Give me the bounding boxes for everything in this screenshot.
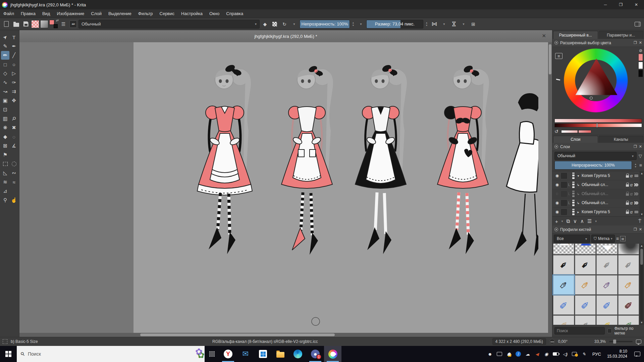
zoom-slider[interactable] bbox=[609, 341, 633, 342]
opacity-dropdown[interactable]: ▾ bbox=[357, 20, 365, 28]
layer-expand-icon[interactable]: ▾ bbox=[576, 174, 580, 178]
menu-item[interactable]: Вид bbox=[39, 9, 54, 18]
taskbar-store[interactable] bbox=[254, 346, 272, 362]
layer-properties-button[interactable]: ☰ bbox=[587, 218, 592, 224]
mirror-horizontal-dropdown[interactable]: ▾ bbox=[440, 20, 448, 28]
fill-tool[interactable]: ◆ bbox=[1, 132, 9, 141]
text-tool[interactable]: T bbox=[10, 33, 18, 42]
swatch-black[interactable] bbox=[638, 70, 643, 77]
layer-alpha-icon[interactable]: α bbox=[630, 200, 633, 205]
layer-expand-icon[interactable]: ↳ bbox=[576, 183, 580, 187]
zoom-tool[interactable]: ⚲ bbox=[1, 196, 9, 204]
layer-alpha-icon[interactable]: α bbox=[630, 209, 633, 215]
canvas-paper[interactable] bbox=[133, 42, 552, 333]
mirror-vertical-dropdown[interactable]: ▾ bbox=[459, 20, 468, 28]
shade-strip-2[interactable] bbox=[554, 123, 642, 127]
float-docker-icon[interactable]: ❐ bbox=[634, 41, 637, 45]
blending-mode-dropdown[interactable]: Обычный ▾ bbox=[78, 20, 260, 28]
taskbar-discord[interactable]: ☻1 bbox=[307, 346, 324, 362]
document-tab[interactable]: jhgfghjklkjhygf.kra (292,0 МиБ) * ✕ bbox=[19, 30, 552, 42]
lock-icon[interactable] bbox=[554, 145, 558, 148]
layer-blend-mode-dropdown[interactable]: Обычный ▾ bbox=[554, 152, 637, 160]
layer-opacity-slider[interactable]: Непрозрачность: 100% bbox=[554, 161, 632, 170]
layer-lock-icon[interactable] bbox=[626, 184, 629, 187]
brush-preset-pencil-blue-1[interactable]: ✏ bbox=[553, 295, 574, 315]
task-view-button[interactable] bbox=[205, 346, 219, 362]
zoom-slider-knob[interactable] bbox=[613, 340, 616, 344]
crop-tool[interactable]: ⊡ bbox=[1, 105, 9, 114]
taskbar-search-input[interactable]: ⚲ Поиск ✿ bbox=[17, 346, 205, 362]
gradient-tool[interactable]: ▥ bbox=[1, 114, 9, 123]
layer-expand-icon[interactable]: ↳ bbox=[576, 201, 580, 205]
language-indicator[interactable]: РУС bbox=[590, 346, 604, 362]
swatch-white[interactable] bbox=[638, 62, 643, 69]
brush-detail-view-icon[interactable]: ▤ bbox=[620, 236, 626, 241]
reload-dropdown[interactable]: ▾ bbox=[290, 20, 299, 28]
swatch-pink[interactable] bbox=[638, 54, 643, 61]
layer-name[interactable]: Копия Группа 5 bbox=[582, 209, 625, 214]
brush-preset-pencil-blue-3[interactable]: ✏ bbox=[596, 295, 618, 315]
mirror-vertical-button[interactable]: ⋈ bbox=[449, 20, 458, 28]
gradient-chooser[interactable] bbox=[40, 20, 48, 28]
menu-item[interactable]: Справка bbox=[223, 9, 247, 18]
move-tool[interactable]: ✥ bbox=[10, 96, 18, 105]
workspace-chooser-button[interactable] bbox=[633, 20, 642, 28]
shade-selector[interactable] bbox=[552, 118, 644, 129]
layer-visibility-toggle[interactable]: ◉ bbox=[554, 200, 560, 205]
brush-preset-pencil-blue-2[interactable]: ✏ bbox=[575, 295, 596, 315]
dynamic-brush-tool[interactable]: ↝ bbox=[1, 87, 9, 96]
brush-grid-scrollbar[interactable]: ▲▼ bbox=[639, 244, 644, 325]
move-layer-up-button[interactable]: ∧ bbox=[580, 218, 584, 224]
brush-list-view-icon[interactable]: ≡ bbox=[616, 236, 619, 241]
layer-visibility-toggle[interactable]: ◉ bbox=[554, 173, 560, 178]
freehand-path-tool[interactable]: ✑ bbox=[10, 78, 18, 87]
tray-camera-icon[interactable]: ◉ bbox=[542, 346, 551, 362]
brush-preset-button[interactable]: ✏ bbox=[69, 20, 77, 28]
hscroll-thumb[interactable] bbox=[140, 334, 335, 336]
layer-list-scrollbar[interactable]: ▲▼ bbox=[640, 171, 644, 217]
color-sampler-tool[interactable]: ⚲ bbox=[10, 114, 18, 123]
menu-item[interactable]: Настройка bbox=[178, 9, 206, 18]
layer-alpha-icon[interactable]: α bbox=[630, 182, 633, 187]
new-document-button[interactable] bbox=[2, 20, 11, 28]
size-spinner[interactable]: ▲▼ bbox=[424, 21, 429, 26]
add-layer-button[interactable]: + bbox=[555, 219, 558, 224]
layer-expand-icon[interactable]: ▸ bbox=[576, 210, 580, 214]
menu-item[interactable]: Выделение bbox=[105, 9, 135, 18]
taskbar-clock[interactable]: 8:10 15.03.2024 bbox=[604, 346, 631, 362]
polygon-tool[interactable]: ◇ bbox=[1, 69, 9, 78]
opacity-spinner[interactable]: ▲▼ bbox=[351, 21, 356, 26]
brush-preset-airbrush[interactable]: ● bbox=[618, 244, 639, 254]
close-button[interactable]: ✕ bbox=[629, 0, 644, 9]
duplicate-layer-button[interactable]: ⧉ bbox=[566, 218, 570, 224]
shade-strip-1[interactable] bbox=[554, 119, 642, 123]
freehand-brush-tool[interactable]: ✏ bbox=[1, 51, 9, 60]
tray-monitor-icon[interactable] bbox=[495, 346, 504, 362]
tag-dropdown[interactable]: ▾ bbox=[611, 237, 612, 240]
similar-select-tool[interactable]: ≋ bbox=[1, 178, 9, 186]
brush-preset-pen-dark-1[interactable]: ✒ bbox=[553, 255, 574, 275]
layer-row[interactable]: ◉ ▾ Копия Группа 5 α bbox=[552, 171, 639, 180]
canvas-angle[interactable]: 0,00° bbox=[558, 339, 568, 344]
close-docker-icon[interactable]: ✕ bbox=[639, 227, 642, 232]
layer-row[interactable]: ◉ L ↳ Обычный сл... α bbox=[552, 198, 639, 207]
color-settings-icon[interactable]: ≣ bbox=[555, 53, 562, 59]
menu-item[interactable]: Окно bbox=[206, 9, 223, 18]
brush-preset-brush-orange-2[interactable]: ✑ bbox=[618, 275, 639, 295]
brush-preset-eraser-hard[interactable]: ◥ bbox=[553, 244, 574, 254]
save-button[interactable] bbox=[21, 20, 30, 28]
layer-lock-icon[interactable] bbox=[626, 212, 629, 214]
fit-to-screen-icon[interactable] bbox=[636, 340, 641, 344]
layer-name[interactable]: Обычный сл... bbox=[582, 200, 625, 205]
tray-security-icon[interactable]: ☗ bbox=[504, 346, 513, 362]
smart-patch-tool[interactable]: ✖ bbox=[10, 123, 18, 132]
layer-visibility-toggle[interactable]: ◉ bbox=[554, 209, 560, 214]
ellipse-tool[interactable]: ○ bbox=[10, 60, 18, 69]
brush-preset-pen-dark-2[interactable]: ✒ bbox=[575, 255, 596, 275]
image-dimensions[interactable]: 4 322 x 2 480 (292,0 МиБ) bbox=[492, 338, 546, 345]
taskbar-file-explorer[interactable] bbox=[272, 346, 289, 362]
tray-bluetooth-icon[interactable]: ᛒ bbox=[514, 346, 523, 362]
tag-button[interactable]: ⛉ Метка ▾ bbox=[591, 235, 615, 243]
taskbar-edge[interactable] bbox=[289, 346, 307, 362]
layer-expand-icon[interactable]: ↳ bbox=[576, 192, 580, 196]
